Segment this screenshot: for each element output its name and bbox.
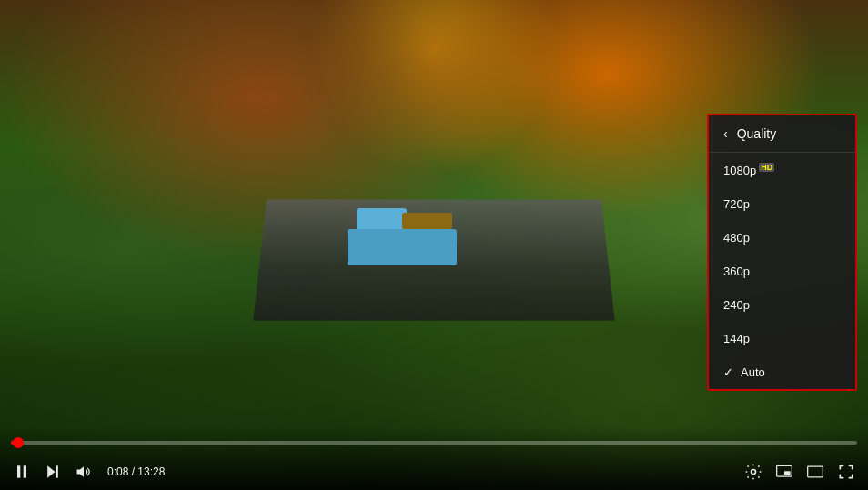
svg-marker-4	[77, 466, 85, 477]
volume-icon	[75, 463, 93, 481]
controls-bar: 0:08 / 13:28	[11, 461, 857, 483]
quality-label-240p: 240p	[723, 298, 750, 312]
truck-cab	[357, 208, 407, 231]
truck-bed	[402, 213, 452, 229]
svg-rect-0	[17, 465, 20, 477]
theater-icon	[806, 463, 824, 481]
quality-option-360p[interactable]: 360p	[709, 255, 855, 288]
quality-label-144p: 144p	[723, 332, 750, 345]
svg-marker-2	[47, 465, 55, 477]
quality-label-720p: 720p	[723, 197, 750, 211]
svg-rect-1	[24, 465, 26, 477]
volume-button[interactable]	[73, 461, 95, 483]
back-arrow-icon: ‹	[723, 126, 728, 141]
right-controls	[742, 461, 857, 483]
svg-point-5	[752, 470, 756, 475]
quality-option-720p[interactable]: 720p	[709, 187, 855, 221]
pause-icon	[13, 463, 31, 481]
quality-label-360p: 360p	[723, 265, 750, 278]
settings-button[interactable]	[742, 461, 764, 483]
quality-menu-title: Quality	[737, 126, 777, 141]
miniplayer-icon	[775, 463, 793, 481]
fullscreen-icon	[837, 463, 855, 481]
progress-fill	[11, 441, 19, 445]
quality-menu-header[interactable]: ‹ Quality	[709, 115, 855, 153]
truck-body	[348, 229, 457, 265]
svg-rect-8	[808, 466, 823, 477]
time-display: 0:08 / 13:28	[107, 465, 165, 478]
play-pause-button[interactable]	[11, 461, 33, 483]
settings-icon	[744, 463, 762, 481]
quality-menu: ‹ Quality 1080pHD 720p 480p 360p 240p 14…	[707, 114, 857, 391]
next-icon	[44, 463, 62, 481]
next-button[interactable]	[42, 461, 64, 483]
svg-rect-7	[784, 471, 791, 475]
progress-bar[interactable]	[11, 441, 857, 445]
check-icon: ✓	[723, 365, 733, 379]
quality-label-1080p: 1080pHD	[723, 163, 774, 177]
quality-label-auto: Auto	[741, 365, 765, 379]
miniplayer-button[interactable]	[773, 461, 795, 483]
quality-option-auto[interactable]: ✓ Auto	[709, 355, 855, 389]
svg-rect-3	[56, 465, 58, 477]
video-player[interactable]: 0:08 / 13:28	[0, 0, 868, 490]
quality-option-480p[interactable]: 480p	[709, 221, 855, 255]
truck-vehicle	[348, 211, 457, 265]
quality-option-144p[interactable]: 144p	[709, 322, 855, 355]
quality-option-240p[interactable]: 240p	[709, 288, 855, 322]
theater-button[interactable]	[804, 461, 826, 483]
hd-badge: HD	[759, 163, 774, 172]
quality-label-480p: 480p	[723, 231, 750, 245]
quality-option-1080p[interactable]: 1080pHD	[709, 153, 855, 187]
fullscreen-button[interactable]	[835, 461, 857, 483]
